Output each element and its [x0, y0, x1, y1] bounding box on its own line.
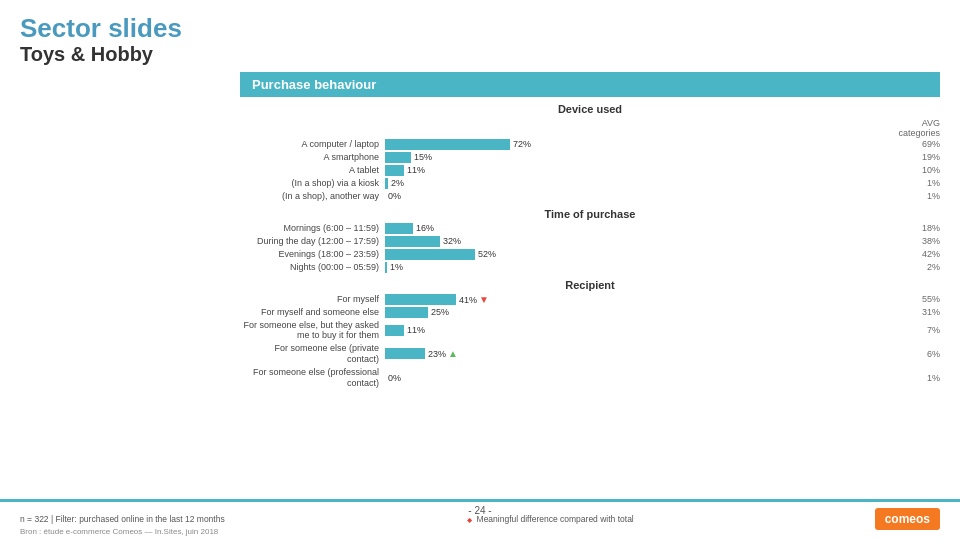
bron: Bron : étude e-commerce Comeos — In.Site… — [20, 527, 218, 536]
bar-row: For myself41%▼55% — [240, 294, 940, 305]
bar-row: For someone else, but they asked me to b… — [240, 320, 940, 342]
bar-row: A smartphone15%19% — [240, 152, 940, 163]
recipient-section: For myself41%▼55%For myself and someone … — [240, 294, 940, 389]
bar-row: A tablet11%10% — [240, 165, 940, 176]
page-number: - 24 - — [468, 505, 491, 516]
page: Sector slides Toys & Hobby Purchase beha… — [0, 0, 960, 540]
bar-row: For myself and someone else25%31% — [240, 307, 940, 318]
recipient-title: Recipient — [240, 279, 940, 291]
bar-row: For someone else (professional contact)0… — [240, 367, 940, 389]
time-title: Time of purchase — [240, 208, 940, 220]
device-section: AVG categoriesA computer / laptop72%69%A… — [240, 118, 940, 202]
bar-row: A computer / laptop72%69% — [240, 139, 940, 150]
bar-row: For someone else (private contact)23%▲6% — [240, 343, 940, 365]
title-sub: Toys & Hobby — [20, 43, 940, 66]
diff-label: Meaningful difference compared with tota… — [477, 514, 634, 524]
device-title: Device used — [240, 103, 940, 115]
bar-row: Evenings (18:00 – 23:59)52%42% — [240, 249, 940, 260]
title-sector: Sector slides — [20, 14, 940, 43]
time-section: Mornings (6:00 – 11:59)16%18%During the … — [240, 223, 940, 273]
bar-row: (In a shop) via a kiosk2%1% — [240, 178, 940, 189]
comeos-logo: comeos — [875, 508, 940, 530]
bar-row: (In a shop), another way0%1% — [240, 191, 940, 202]
bar-row: During the day (12:00 – 17:59)32%38% — [240, 236, 940, 247]
bar-row: Mornings (6:00 – 11:59)16%18% — [240, 223, 940, 234]
footer-note: n = 322 | Filter: purchased online in th… — [20, 514, 225, 524]
bar-row: Nights (00:00 – 05:59)1%2% — [240, 262, 940, 273]
n-label: n = 322 | Filter: purchased online in th… — [20, 514, 225, 524]
footer-bar — [0, 499, 960, 502]
section-header: Purchase behaviour — [240, 72, 940, 97]
